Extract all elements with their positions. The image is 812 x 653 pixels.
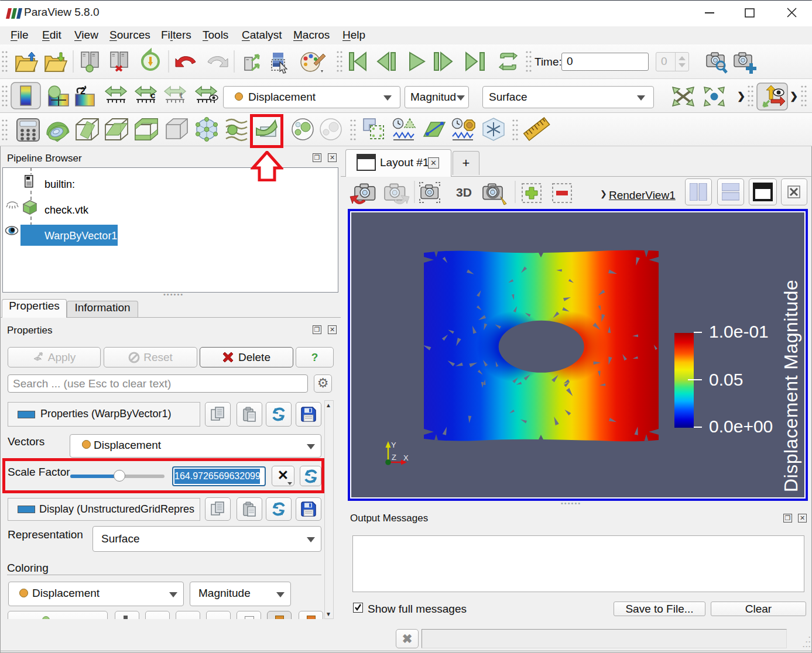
svg-text:Z: Z — [392, 453, 396, 462]
svg-text:❯: ❯ — [790, 91, 798, 102]
svg-text:❯: ❯ — [737, 91, 745, 102]
svg-text:Y: Y — [391, 441, 396, 449]
svg-text:X: X — [403, 453, 409, 462]
